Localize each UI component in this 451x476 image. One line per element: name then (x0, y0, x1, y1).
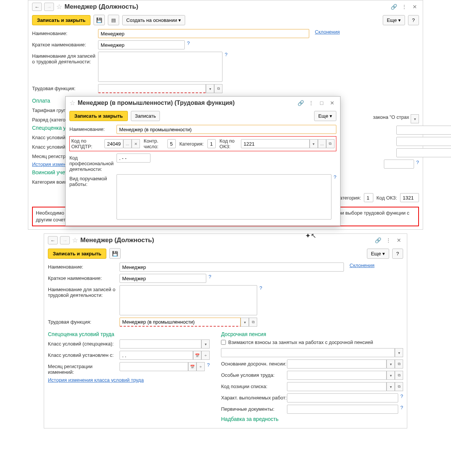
more-button[interactable]: Еще ▾ (383, 15, 405, 25)
help-button[interactable]: ? (392, 249, 403, 259)
menu-icon[interactable]: ⋮ (307, 99, 315, 107)
open-icon[interactable]: ⧉ (395, 382, 403, 391)
declensions-link[interactable]: Склонения (350, 263, 374, 268)
favorite-icon[interactable]: ☆ (72, 236, 78, 244)
clear-icon[interactable]: ✕ (132, 139, 140, 148)
history-link[interactable]: История изменения класса условий труда (48, 377, 144, 383)
okz-input[interactable] (241, 139, 310, 148)
cat-input[interactable] (207, 139, 216, 148)
ref-input[interactable] (396, 126, 451, 135)
help-icon[interactable]: ? (207, 362, 210, 368)
save-close-button[interactable]: Записать и закрыть (69, 111, 128, 121)
open-icon[interactable]: ⧉ (395, 359, 403, 369)
save-button[interactable]: Записать (131, 111, 160, 121)
name-input[interactable] (117, 125, 336, 134)
history-link[interactable]: История измене (32, 161, 69, 167)
month-input[interactable] (120, 362, 188, 371)
create-based-button[interactable]: Создать на основании ▾ (122, 15, 186, 25)
favorite-icon[interactable]: ☆ (56, 3, 62, 11)
dropdown-icon[interactable]: ▾ (310, 139, 318, 148)
docs-input[interactable] (287, 405, 398, 414)
ctrl-input[interactable] (167, 139, 176, 148)
close-icon[interactable]: ✕ (328, 99, 336, 107)
close-icon[interactable]: ✕ (395, 236, 403, 244)
link-icon[interactable]: 🔗 (374, 236, 382, 244)
favorite-icon[interactable]: ☆ (69, 99, 75, 107)
open-icon[interactable]: ⧉ (214, 84, 222, 93)
labor-function-modal: ☆ Менеджер (в промышленности) (Трудовая … (65, 96, 341, 226)
help-icon[interactable]: ? (225, 52, 227, 57)
dropdown-icon[interactable]: ▾ (387, 359, 395, 369)
short-input[interactable] (98, 40, 185, 49)
select-icon[interactable]: … (123, 139, 132, 148)
close-icon[interactable]: ✕ (411, 3, 419, 11)
help-icon[interactable]: ? (187, 40, 190, 46)
save-close-button[interactable]: Записать и закрыть (48, 249, 106, 259)
cat-input[interactable] (364, 193, 373, 202)
open-icon[interactable]: ⧉ (395, 371, 403, 380)
menu-icon[interactable]: ⋮ (384, 236, 393, 244)
open-icon[interactable]: ⧉ (326, 139, 334, 148)
help-icon[interactable]: ? (334, 174, 336, 180)
dropdown-icon[interactable]: ▾ (241, 318, 249, 327)
maximize-icon[interactable]: □ (318, 99, 326, 107)
dropdown-icon[interactable]: ▾ (411, 114, 419, 123)
nature-input[interactable] (287, 393, 398, 402)
ref-input[interactable] (396, 137, 451, 146)
labor-rec-input[interactable] (98, 52, 222, 82)
okz-input[interactable] (400, 193, 419, 202)
dropdown-icon[interactable]: ▾ (206, 84, 214, 93)
back-button[interactable]: ← (48, 236, 58, 244)
short-input[interactable] (120, 274, 206, 283)
dropdown-icon[interactable]: ▾ (387, 382, 395, 391)
list-icon[interactable]: ▤ (108, 15, 119, 25)
ctrl-label: Контр. число: (144, 138, 164, 149)
dropdown-icon[interactable]: ▾ (387, 371, 395, 380)
save-icon[interactable]: 💾 (94, 15, 105, 25)
labor-rec-input[interactable] (120, 285, 257, 315)
help-icon[interactable]: ? (400, 405, 403, 410)
name-input[interactable] (98, 29, 309, 38)
prof-input[interactable] (117, 154, 150, 163)
text-input[interactable] (384, 160, 414, 169)
select-icon[interactable]: … (318, 139, 326, 148)
forward-button[interactable]: → (44, 3, 54, 11)
more-button[interactable]: Еще ▾ (314, 111, 336, 121)
calendar-icon[interactable]: 📅 (188, 362, 196, 371)
open-icon[interactable]: ⧉ (249, 318, 257, 327)
more-button[interactable]: Еще ▾ (367, 249, 389, 259)
stepper-icon[interactable]: ÷ (196, 362, 205, 371)
menu-icon[interactable]: ⋮ (400, 3, 408, 11)
basis-input[interactable] (287, 359, 387, 369)
toolbar: Записать и закрыть 💾 Еще ▾ ? (44, 247, 407, 263)
back-button[interactable]: ← (32, 3, 42, 11)
okpdtr-input[interactable] (104, 139, 123, 148)
calendar-icon[interactable]: 📅 (193, 351, 201, 360)
position-window-2: ← → ☆ Менеджер (Должность) 🔗 ⋮ ✕ Записат… (44, 233, 407, 428)
link-icon[interactable]: 🔗 (390, 3, 398, 11)
forward-button[interactable]: → (60, 236, 70, 244)
save-icon[interactable]: 💾 (109, 248, 121, 259)
func-input[interactable] (120, 318, 241, 327)
name-input[interactable] (120, 263, 344, 272)
help-icon[interactable]: ? (400, 393, 403, 399)
early-checkbox[interactable] (221, 340, 226, 345)
declensions-link[interactable]: Склонения (315, 29, 340, 35)
special-input[interactable] (287, 371, 387, 380)
help-icon[interactable]: ? (209, 274, 211, 279)
help-button[interactable]: ? (408, 15, 419, 25)
help-icon[interactable]: ? (416, 160, 419, 165)
class-spec-input[interactable] (120, 339, 201, 349)
ref-input[interactable] (221, 348, 395, 357)
save-close-button[interactable]: Записать и закрыть (32, 15, 91, 25)
func-input[interactable] (98, 84, 206, 93)
dropdown-icon[interactable]: ▾ (201, 339, 210, 349)
pos-input[interactable] (287, 382, 387, 391)
class-set-input[interactable] (120, 351, 193, 360)
help-icon[interactable]: ? (259, 285, 262, 291)
work-input[interactable] (117, 174, 331, 220)
dropdown-icon[interactable]: ▾ (395, 348, 403, 357)
stepper-icon[interactable]: ÷ (201, 351, 210, 360)
ref-input[interactable] (396, 148, 451, 157)
link-icon[interactable]: 🔗 (296, 99, 305, 107)
